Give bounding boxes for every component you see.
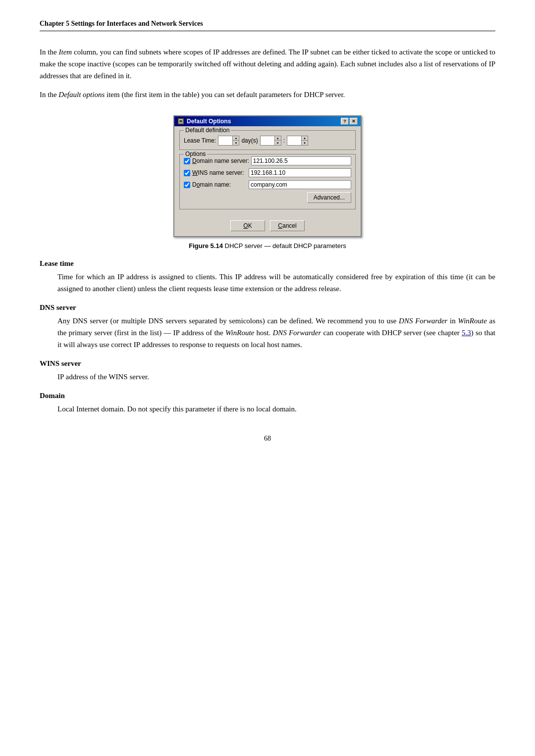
wins-server-heading: WINS server [40,359,495,368]
lease-days-input[interactable]: 4 [218,136,232,145]
advanced-row: Advanced... [184,192,351,203]
dns-server-label[interactable]: Domain name server: [192,157,249,164]
dialog-icon [177,118,184,125]
dialog-body: Default definition Lease Time: 4 ▲ ▼ day… [174,126,361,218]
lease-days-down[interactable]: ▼ [233,141,239,145]
lease-minutes-down[interactable]: ▼ [302,141,308,145]
lease-hours-input[interactable]: 0 [261,136,274,145]
lease-time-body: Time for which an IP address is assigned… [57,271,495,295]
chapter-link[interactable]: 5.3 [462,329,471,337]
default-definition-group: Default definition Lease Time: 4 ▲ ▼ day… [179,130,356,150]
lease-days-unit: day(s) [241,137,258,144]
lease-time-label: Lease Time: [184,137,216,144]
titlebar-buttons: ? ✕ [341,118,358,125]
dialog-titlebar: Default Options ? ✕ [174,116,361,126]
intro-paragraph-2: In the Default options item (the first i… [40,89,495,101]
wins-server-row: WINS name server: [184,168,351,177]
svg-rect-2 [179,122,182,123]
svg-rect-1 [179,120,182,121]
default-definition-label: Default definition [184,127,231,134]
wins-server-body: IP address of the WINS server. [57,371,495,383]
dns-server-input[interactable] [251,156,351,165]
figure-description: DHCP server — default DHCP parameters [225,242,346,250]
svg-rect-0 [178,119,183,124]
wins-server-checkbox[interactable] [184,170,190,176]
domain-body: Local Internet domain. Do not specify th… [57,403,495,415]
lease-minutes-arrows: ▲ ▼ [301,136,308,145]
advanced-button[interactable]: Advanced... [307,192,351,203]
section-domain: Domain Local Internet domain. Do not spe… [40,392,495,415]
section-dns-server: DNS server Any DNS server (or multiple D… [40,303,495,351]
close-button[interactable]: ✕ [350,118,358,125]
chapter-header: Chapter 5 Settings for Interfaces and Ne… [40,20,495,31]
lease-days-arrows: ▲ ▼ [232,136,239,145]
lease-hours-spinner[interactable]: 0 ▲ ▼ [260,136,281,146]
lease-hours-up[interactable]: ▲ [275,136,281,141]
chapter-label: Chapter 5 Settings for Interfaces and Ne… [40,20,203,27]
lease-days-spinner[interactable]: 4 ▲ ▼ [218,136,239,146]
dns-server-heading: DNS server [40,303,495,312]
dialog-title: Default Options [187,118,231,125]
intro-paragraph-1: In the Item column, you can find subnets… [40,46,495,82]
titlebar-left: Default Options [177,118,231,125]
lease-row: Lease Time: 4 ▲ ▼ day(s) 0 ▲ ▼ [184,136,351,146]
colon-separator: : [283,137,285,144]
default-options-dialog: Default Options ? ✕ Default definition L… [173,115,362,237]
dns-server-body: Any DNS server (or multiple DNS servers … [57,315,495,351]
wins-server-label[interactable]: WINS name server: [192,169,247,176]
lease-hours-down[interactable]: ▼ [275,141,281,145]
ok-button[interactable]: OK [230,220,265,231]
section-lease-time: Lease time Time for which an IP address … [40,259,495,295]
dns-server-checkbox[interactable] [184,158,190,164]
section-wins-server: WINS server IP address of the WINS serve… [40,359,495,383]
domain-name-label[interactable]: Domain name: [192,181,247,188]
page-number: 68 [40,435,495,443]
lease-days-up[interactable]: ▲ [233,136,239,141]
lease-time-heading: Lease time [40,259,495,268]
figure-label: Figure 5.14 [189,242,223,250]
options-label: Options [184,151,207,157]
lease-minutes-up[interactable]: ▲ [302,136,308,141]
domain-heading: Domain [40,392,495,400]
domain-name-checkbox[interactable] [184,182,190,188]
lease-minutes-spinner[interactable]: 0 ▲ ▼ [287,136,308,146]
cancel-button[interactable]: Cancel [270,220,305,231]
options-group: Options Domain name server: WINS name se… [179,154,356,209]
dialog-container: Default Options ? ✕ Default definition L… [40,115,495,237]
dns-server-row: Domain name server: [184,156,351,165]
lease-minutes-input[interactable]: 0 [287,136,301,145]
figure-caption: Figure 5.14 DHCP server — default DHCP p… [40,242,495,250]
help-button[interactable]: ? [341,118,349,125]
dialog-footer: OK Cancel [174,218,361,236]
domain-name-row: Domain name: [184,180,351,189]
lease-hours-arrows: ▲ ▼ [274,136,281,145]
domain-name-input[interactable] [249,180,351,189]
wins-server-input[interactable] [249,168,351,177]
